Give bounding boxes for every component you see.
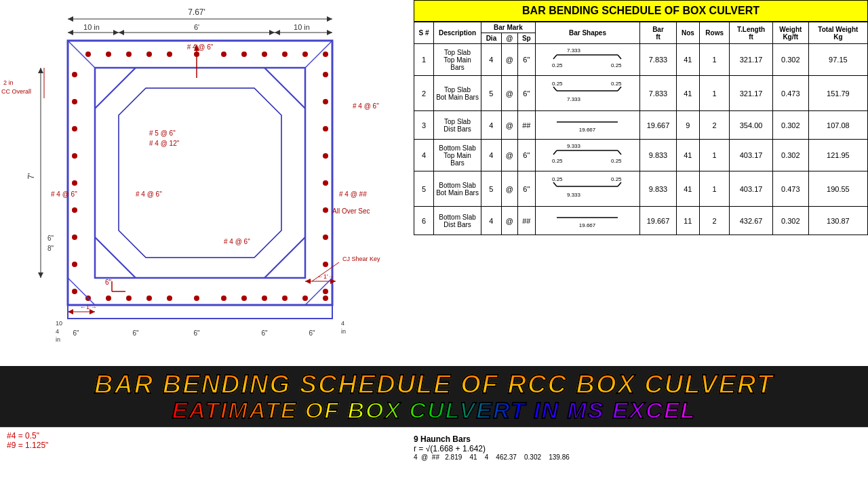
svg-point-45 bbox=[262, 296, 267, 301]
svg-text:19.667: 19.667 bbox=[579, 127, 596, 133]
cell-rows: 1 bbox=[699, 76, 729, 111]
cell-sp: 6" bbox=[517, 140, 535, 171]
cell-at: @ bbox=[501, 44, 517, 76]
cell-description: Bottom SlabBot Main Bars bbox=[434, 171, 481, 207]
bottom-left-info: #4 = 0.5" #9 = 1.125" bbox=[7, 431, 414, 450]
cell-at: @ bbox=[501, 207, 517, 235]
col-dia: Dia bbox=[481, 33, 502, 44]
cell-dia: 4 bbox=[481, 207, 502, 235]
svg-text:6": 6" bbox=[261, 329, 268, 337]
formula: r = √(1.668 + 1.642) bbox=[414, 444, 861, 453]
cell-weight: 0.302 bbox=[772, 207, 808, 235]
svg-text:6": 6" bbox=[47, 235, 54, 242]
col-sp: Sp bbox=[517, 33, 535, 44]
banner-line1: BAR BENDING SCHEDULE OF RCC BOX CULVERT bbox=[94, 371, 774, 397]
cell-dia: 4 bbox=[481, 44, 502, 76]
svg-text:7': 7' bbox=[26, 174, 36, 180]
cell-nos: 41 bbox=[676, 76, 699, 111]
info-hash4: #4 = 0.5" bbox=[7, 431, 414, 441]
col-tlength: T.Lengthft bbox=[730, 22, 772, 44]
table-row: 4Bottom SlabTop Main Bars4@6" 9.333 0.25… bbox=[414, 140, 868, 171]
svg-point-42 bbox=[194, 296, 199, 301]
cell-tlength: 403.17 bbox=[730, 171, 772, 207]
cell-sp: 6" bbox=[517, 44, 535, 76]
col-desc: Description bbox=[434, 22, 481, 44]
cell-tlength: 321.17 bbox=[730, 44, 772, 76]
svg-text:# 4 @ 12": # 4 @ 12" bbox=[149, 140, 180, 147]
cell-nos: 41 bbox=[676, 140, 699, 171]
cell-barshape: 9.333 0.25 0.25 bbox=[535, 140, 639, 171]
table-row: 1Top SlabTop Main Bars4@6" 7.333 0.25 0.… bbox=[414, 44, 868, 76]
svg-text:19.667: 19.667 bbox=[579, 222, 596, 228]
cell-at: @ bbox=[501, 111, 517, 140]
svg-line-118 bbox=[618, 55, 621, 59]
svg-point-33 bbox=[262, 52, 267, 57]
svg-point-64 bbox=[323, 235, 328, 240]
svg-point-40 bbox=[146, 296, 152, 301]
svg-text:7.333: 7.333 bbox=[567, 96, 581, 102]
cell-description: Top SlabTop Main Bars bbox=[434, 44, 481, 76]
col-nos: Nos bbox=[676, 22, 699, 44]
svg-text:10 in: 10 in bbox=[294, 23, 310, 31]
svg-point-25 bbox=[85, 52, 91, 57]
bottom-info-bar: #4 = 0.5" #9 = 1.125" 9 Haunch Bars r = … bbox=[0, 427, 868, 488]
svg-point-58 bbox=[323, 72, 328, 77]
cell-weight: 0.473 bbox=[772, 171, 808, 207]
svg-text:# 4 @ 6": # 4 @ 6" bbox=[136, 190, 162, 198]
cell-sno: 6 bbox=[414, 207, 434, 235]
cell-sp: ## bbox=[517, 207, 535, 235]
svg-line-135 bbox=[553, 182, 557, 186]
col-barshapes: Bar Shapes bbox=[535, 22, 639, 44]
svg-point-49 bbox=[72, 72, 77, 77]
col-totalweight: Total WeightKg bbox=[808, 22, 867, 44]
cell-dia: 4 bbox=[481, 140, 502, 171]
cell-tlength: 403.17 bbox=[730, 140, 772, 171]
svg-line-121 bbox=[553, 87, 557, 91]
svg-point-55 bbox=[72, 235, 77, 240]
svg-point-46 bbox=[282, 296, 288, 301]
svg-point-56 bbox=[72, 262, 77, 267]
cell-dia: 5 bbox=[481, 76, 502, 111]
cell-barshape: 0.25 0.25 7.333 bbox=[535, 76, 639, 111]
cell-barshape: 19.667 bbox=[535, 207, 639, 235]
svg-text:0.25: 0.25 bbox=[552, 176, 563, 182]
cell-barft: 9.833 bbox=[640, 171, 677, 207]
col-sno: S # bbox=[414, 22, 434, 44]
cell-description: Bottom SlabTop Main Bars bbox=[434, 140, 481, 171]
svg-point-29 bbox=[167, 52, 172, 57]
cell-barft: 9.833 bbox=[640, 140, 677, 171]
svg-text:6": 6" bbox=[132, 329, 139, 337]
svg-text:# 5 @ 6": # 5 @ 6" bbox=[149, 129, 176, 137]
table-title: BAR BENDING SCHEDULE OF BOX CULVERT bbox=[414, 0, 868, 22]
svg-text:6": 6" bbox=[309, 329, 315, 337]
svg-text:6": 6" bbox=[105, 279, 112, 286]
col-barft: Barft bbox=[640, 22, 677, 44]
svg-point-66 bbox=[323, 289, 328, 294]
cell-nos: 11 bbox=[676, 207, 699, 235]
bottom-banner: BAR BENDING SCHEDULE OF RCC BOX CULVERT … bbox=[0, 366, 868, 427]
table-row: 5Bottom SlabBot Main Bars5@6" 0.25 0.25 … bbox=[414, 171, 868, 207]
cell-sno: 5 bbox=[414, 171, 434, 207]
cell-description: Top SlabDist Bars bbox=[434, 111, 481, 140]
svg-point-41 bbox=[167, 296, 172, 301]
haunch-label: 9 Haunch Bars bbox=[414, 434, 861, 444]
cell-totalweight: 97.15 bbox=[808, 44, 867, 76]
cell-tlength: 321.17 bbox=[730, 76, 772, 111]
col-weight: WeightKg/ft bbox=[772, 22, 808, 44]
bottom-right-info: 9 Haunch Bars r = √(1.668 + 1.642) 4 @ #… bbox=[414, 431, 861, 461]
svg-text:# 4 @ 6": # 4 @ 6" bbox=[51, 190, 77, 198]
svg-text:4: 4 bbox=[341, 320, 344, 327]
svg-text:0.25: 0.25 bbox=[552, 158, 563, 164]
svg-point-47 bbox=[302, 296, 308, 301]
svg-text:7.333: 7.333 bbox=[567, 47, 581, 54]
col-at: @ bbox=[501, 33, 517, 44]
cell-description: Bottom SlabDist Bars bbox=[434, 207, 481, 235]
cell-nos: 41 bbox=[676, 44, 699, 76]
svg-point-43 bbox=[221, 296, 226, 301]
haunch-values: 4 @ ## 2.819 41 4 462.37 0.302 139.86 bbox=[414, 453, 861, 461]
svg-line-132 bbox=[618, 150, 621, 155]
svg-text:10: 10 bbox=[56, 320, 62, 327]
table-row: 3Top SlabDist Bars4@## 19.667 19.6679235… bbox=[414, 111, 868, 140]
svg-text:4: 4 bbox=[56, 328, 59, 335]
svg-point-51 bbox=[72, 126, 77, 131]
